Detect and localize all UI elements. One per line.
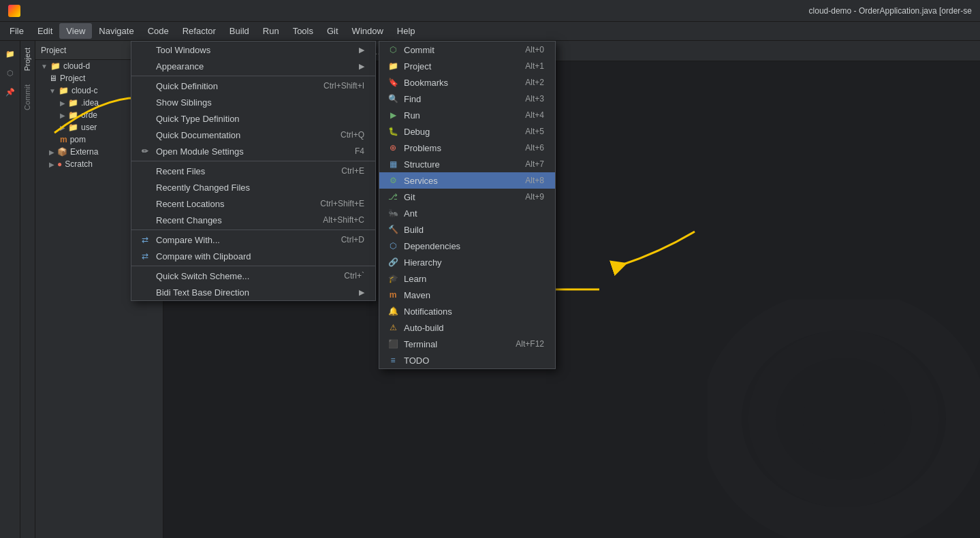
open-module-icon: ✏ [140,146,151,157]
debug-icon: 🐛 [388,126,398,137]
tw-structure[interactable]: ▦ Structure Alt+7 [379,156,555,172]
services-icon: ⚙ [388,175,398,186]
project-panel-title: Project [41,46,66,55]
autobuild-icon: ⚠ [388,322,398,333]
view-menu-recently-changed[interactable]: Recently Changed Files [131,179,375,195]
tw-hierarchy[interactable]: 🔗 Hierarchy [379,254,555,270]
learn-icon: 🎓 [388,273,398,284]
tool-windows-menu[interactable]: ⬡ Commit Alt+0 📁 Project Alt+1 🔖 Bookmar… [379,41,556,369]
project-icon: 📁 [388,61,398,72]
view-menu-quick-type[interactable]: Quick Type Definition [131,110,375,127]
tw-dependencies[interactable]: ⬡ Dependencies [379,238,555,254]
view-menu-recent-locations[interactable]: Recent Locations Ctrl+Shift+E [131,195,375,212]
build-icon: 🔨 [388,224,398,235]
structure-icon: ▦ [388,159,398,170]
run-icon: ▶ [388,110,398,121]
recently-changed-icon [140,182,151,193]
bookmarks-icon: 🔖 [388,77,398,88]
sidebar-label-commit[interactable]: Commit [20,78,35,117]
quick-type-icon [140,113,151,124]
todo-icon: ≡ [388,355,398,366]
tw-learn[interactable]: 🎓 Learn [379,270,555,287]
git-icon: ⎇ [388,191,398,202]
svg-point-1 [762,344,926,494]
menu-view[interactable]: View [59,23,92,39]
view-menu-compare-with[interactable]: ⇄ Compare With... Ctrl+D [131,232,375,248]
tw-problems[interactable]: ⊕ Problems Alt+6 [379,140,555,156]
titlebar: cloud-demo - OrderApplication.java [orde… [0,0,980,22]
menu-build[interactable]: Build [223,23,256,39]
view-menu-quick-switch[interactable]: Quick Switch Scheme... Ctrl+` [131,268,375,284]
view-menu[interactable]: Tool Windows ▶ Appearance ▶ Quick Defini… [131,41,376,301]
tw-debug[interactable]: 🐛 Debug Alt+5 [379,123,555,140]
view-menu-recent-changes[interactable]: Recent Changes Alt+Shift+C [131,212,375,228]
compare-clipboard-icon: ⇄ [140,251,151,262]
quick-doc-icon [140,129,151,140]
appearance-icon [140,61,151,72]
bg-decoration [708,300,980,538]
tw-notifications[interactable]: 🔔 Notifications [379,303,555,319]
recent-changes-icon [140,215,151,225]
sidebar-icon-pin[interactable]: 📌 [3,84,18,99]
separator-1 [131,76,375,76]
tw-terminal[interactable]: ⬛ Terminal Alt+F12 [379,336,555,352]
tw-ant[interactable]: 🐜 Ant [379,205,555,221]
svg-point-2 [803,381,885,456]
terminal-icon: ⬛ [388,338,398,349]
view-menu-tool-windows[interactable]: Tool Windows ▶ [131,42,375,58]
bidi-icon [140,287,151,298]
ant-icon: 🐜 [388,208,398,219]
view-menu-compare-clipboard[interactable]: ⇄ Compare with Clipboard [131,248,375,264]
quick-switch-icon [140,270,151,281]
menu-edit[interactable]: Edit [31,23,59,39]
quick-def-icon [140,80,151,91]
tw-commit[interactable]: ⬡ Commit Alt+0 [379,42,555,58]
compare-with-icon: ⇄ [140,234,151,245]
view-menu-bidi[interactable]: Bidi Text Base Direction ▶ [131,284,375,300]
menu-file[interactable]: File [3,23,31,39]
tool-windows-icon [140,44,151,55]
view-menu-appearance[interactable]: Appearance ▶ [131,58,375,74]
menu-code[interactable]: Code [141,23,176,39]
tw-bookmarks[interactable]: 🔖 Bookmarks Alt+2 [379,74,555,91]
view-menu-open-module[interactable]: ✏ Open Module Settings F4 [131,143,375,159]
menu-run[interactable]: Run [256,23,286,39]
tw-project[interactable]: 📁 Project Alt+1 [379,58,555,74]
tw-services[interactable]: ⚙ Services Alt+8 [379,172,555,189]
bidi-arrow: ▶ [359,288,364,297]
svg-point-0 [721,310,966,528]
view-menu-recent-files[interactable]: Recent Files Ctrl+E [131,163,375,179]
tw-build[interactable]: 🔨 Build [379,221,555,238]
view-menu-quick-def[interactable]: Quick Definition Ctrl+Shift+I [131,78,375,94]
sidebar-icon-commit[interactable]: ⬡ [3,65,18,80]
maven-icon: m [388,289,398,300]
view-menu-show-siblings[interactable]: Show Siblings [131,94,375,110]
tool-windows-arrow: ▶ [359,46,364,54]
tw-git[interactable]: ⎇ Git Alt+9 [379,189,555,205]
tw-find[interactable]: 🔍 Find Alt+3 [379,91,555,107]
show-siblings-icon [140,97,151,108]
tw-run[interactable]: ▶ Run Alt+4 [379,107,555,123]
separator-4 [131,266,375,266]
appearance-arrow: ▶ [359,62,364,71]
menu-navigate[interactable]: Navigate [92,23,140,39]
menu-window[interactable]: Window [345,23,390,39]
tw-autobuild[interactable]: ⚠ Auto-build [379,319,555,336]
deps-icon: ⬡ [388,240,398,251]
menu-help[interactable]: Help [390,23,422,39]
recent-locations-icon [140,198,151,209]
tw-maven[interactable]: m Maven [379,287,555,303]
sidebar-icon-strip: 📁 ⬡ 📌 [0,41,20,538]
hierarchy-icon: 🔗 [388,257,398,268]
menu-tools[interactable]: Tools [286,23,320,39]
sidebar-label-project[interactable]: Project [20,41,35,78]
tw-todo[interactable]: ≡ TODO [379,352,555,368]
recent-files-icon [140,165,151,176]
menubar: File Edit View Navigate Code Refactor Bu… [0,22,980,41]
window-title: cloud-demo - OrderApplication.java [orde… [809,6,972,16]
menu-refactor[interactable]: Refactor [176,23,223,39]
view-menu-quick-doc[interactable]: Quick Documentation Ctrl+Q [131,127,375,143]
separator-3 [131,230,375,230]
menu-git[interactable]: Git [320,23,345,39]
sidebar-icon-project[interactable]: 📁 [3,46,18,61]
